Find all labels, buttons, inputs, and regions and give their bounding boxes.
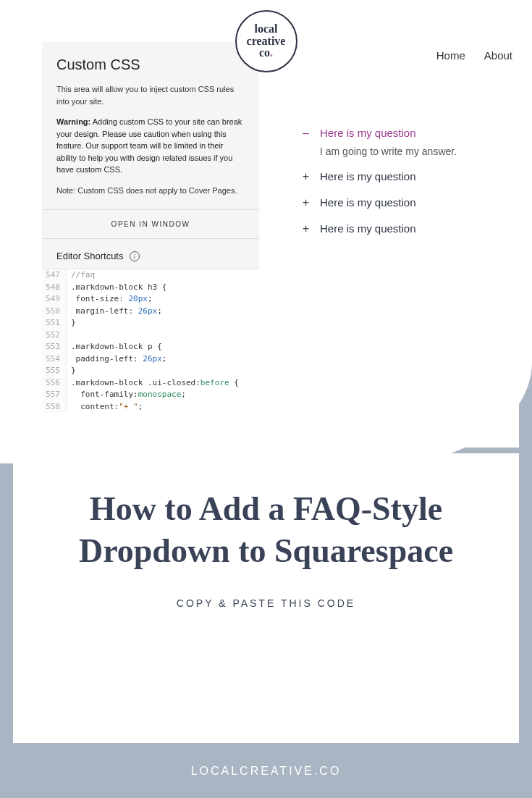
- shortcuts-label: Editor Shortcuts: [56, 251, 124, 261]
- code-content: }: [67, 365, 76, 377]
- code-content: content:"+ ";: [67, 401, 143, 413]
- line-number: 552: [42, 329, 67, 342]
- main-title: How to Add a FAQ-Style Dropdown to Squar…: [13, 488, 519, 571]
- logo-line3: co: [259, 46, 270, 59]
- plus-icon: +: [303, 170, 311, 183]
- faq-answer: I am going to write my answer.: [320, 146, 512, 157]
- code-content: .markdown-block .ui-closed:before {: [67, 377, 239, 390]
- faq-question: Here is my question: [320, 127, 416, 139]
- line-number: 547: [42, 269, 67, 282]
- code-line: 549 font-size: 20px;: [42, 293, 259, 306]
- code-content: //faq: [67, 269, 95, 282]
- editor-shortcuts-row: Editor Shortcuts i: [42, 239, 259, 269]
- line-number: 555: [42, 365, 67, 377]
- code-content: margin-left: 26px;: [67, 306, 162, 318]
- code-line: 553.markdown-block p {: [42, 341, 259, 353]
- title-block: How to Add a FAQ-Style Dropdown to Squar…: [13, 453, 519, 743]
- code-content: font-family:monospace;: [67, 389, 186, 401]
- code-line: 547//faq: [42, 269, 259, 282]
- line-number: 550: [42, 306, 67, 318]
- css-warning: Warning: Adding custom CSS to your site …: [56, 116, 245, 176]
- css-note: Note: Custom CSS does not apply to Cover…: [56, 185, 245, 197]
- code-content: .markdown-block h3 {: [67, 282, 166, 294]
- code-editor[interactable]: 547//faq548.markdown-block h3 {549 font-…: [42, 269, 259, 413]
- code-content: padding-left: 26px;: [67, 353, 166, 366]
- code-line: 556.markdown-block .ui-closed:before {: [42, 377, 259, 390]
- minus-icon: –: [303, 127, 311, 140]
- line-number: 553: [42, 341, 67, 353]
- screenshot-card: Custom CSS This area will allow you to i…: [13, 13, 519, 448]
- open-in-window-button[interactable]: OPEN IN WINDOW: [42, 209, 259, 239]
- faq-list: –Here is my questionI am going to write …: [288, 127, 512, 235]
- line-number: 556: [42, 377, 67, 390]
- code-line: 555}: [42, 365, 259, 377]
- nav-home[interactable]: Home: [436, 49, 465, 62]
- logo-text: local creative co.: [247, 23, 286, 59]
- logo-line2: creative: [247, 35, 286, 47]
- brand-logo: local creative co.: [235, 10, 297, 72]
- faq-item[interactable]: +Here is my question: [303, 196, 512, 209]
- code-line: 557 font-family:monospace;: [42, 389, 259, 401]
- code-line: 558 content:"+ ";: [42, 401, 259, 413]
- line-number: 551: [42, 317, 67, 329]
- line-number: 558: [42, 401, 67, 413]
- code-content: font-size: 20px;: [67, 293, 153, 306]
- faq-question: Here is my question: [320, 170, 416, 182]
- faq-question: Here is my question: [320, 222, 416, 235]
- code-line: 551}: [42, 317, 259, 329]
- warning-label: Warning:: [56, 117, 90, 126]
- css-header: Custom CSS This area will allow you to i…: [42, 42, 259, 209]
- code-content: .markdown-block p {: [67, 341, 162, 353]
- faq-item[interactable]: +Here is my question: [303, 222, 512, 235]
- nav-about[interactable]: About: [484, 49, 512, 62]
- custom-css-panel: Custom CSS This area will allow you to i…: [42, 42, 259, 413]
- line-number: 557: [42, 389, 67, 401]
- css-title: Custom CSS: [56, 56, 245, 73]
- code-line: 552: [42, 329, 259, 342]
- faq-question: Here is my question: [320, 196, 416, 209]
- code-content: }: [67, 317, 76, 329]
- info-icon[interactable]: i: [130, 251, 140, 261]
- code-line: 548.markdown-block h3 {: [42, 282, 259, 294]
- line-number: 554: [42, 353, 67, 366]
- plus-icon: +: [303, 222, 311, 235]
- plus-icon: +: [303, 196, 311, 209]
- faq-item[interactable]: +Here is my question: [303, 170, 512, 183]
- line-number: 548: [42, 282, 67, 294]
- code-content: [67, 329, 71, 342]
- css-description: This area will allow you to inject custo…: [56, 83, 245, 107]
- preview-nav: Home About: [288, 49, 512, 62]
- subtitle: COPY & PASTE THIS CODE: [13, 597, 519, 609]
- line-number: 549: [42, 293, 67, 306]
- faq-item[interactable]: –Here is my question: [303, 127, 512, 140]
- logo-dot: .: [270, 46, 273, 59]
- code-line: 550 margin-left: 26px;: [42, 306, 259, 318]
- logo-line1: local: [254, 22, 277, 35]
- footer-url: LOCALCREATIVE.CO: [0, 765, 532, 778]
- site-preview: Home About –Here is my questionI am goin…: [288, 49, 512, 235]
- code-line: 554 padding-left: 26px;: [42, 353, 259, 366]
